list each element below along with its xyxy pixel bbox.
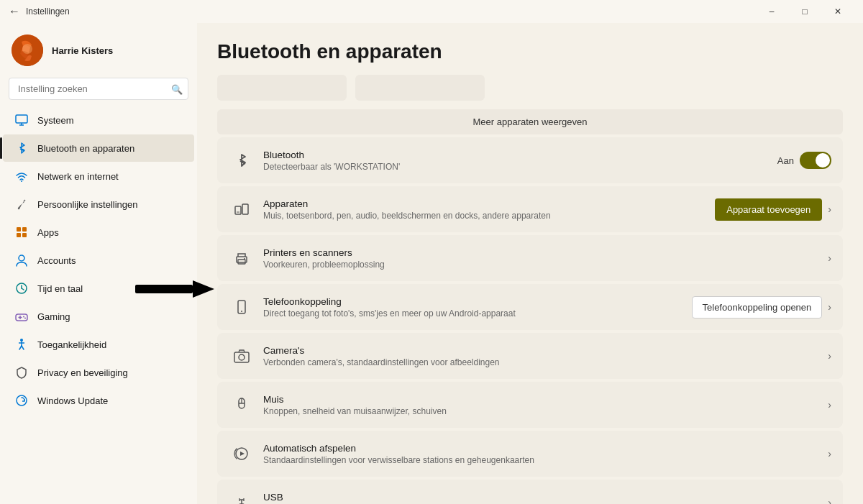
- sidebar-label-persoonlijk: Persoonlijke instellingen: [37, 199, 137, 210]
- svg-point-6: [21, 180, 22, 182]
- telefoon-chevron: ›: [828, 301, 831, 313]
- bluetooth-section-icon: [229, 147, 255, 173]
- sidebar: Harrie Kisters 🔍 Systeem Bluetooth en ap…: [0, 23, 197, 504]
- back-button[interactable]: ←: [9, 5, 20, 18]
- sidebar-label-bluetooth: Bluetooth en apparaten: [37, 143, 134, 154]
- svg-rect-8: [17, 227, 21, 232]
- sidebar-item-accounts[interactable]: Accounts: [3, 247, 194, 274]
- window-title: Instellingen: [26, 6, 70, 17]
- svg-point-37: [239, 354, 245, 360]
- svg-line-7: [24, 200, 25, 201]
- sidebar-item-winupdate[interactable]: Windows Update: [3, 387, 194, 414]
- toggle-knob: [816, 153, 830, 168]
- usb-section: USB Meldingen, USB-batterijbesparing ›: [217, 480, 843, 504]
- svg-line-24: [19, 346, 22, 349]
- sidebar-label-gaming: Gaming: [37, 311, 70, 322]
- muis-section: Muis Knoppen, snelheid van muisaanwijzer…: [217, 382, 843, 428]
- bluetooth-toggle-label: Aan: [777, 155, 794, 166]
- apparaten-sublabel: Muis, toetsenbord, pen, audio, beeldsche…: [263, 211, 715, 221]
- sidebar-nav: Systeem Bluetooth en apparaten Netwerk e…: [0, 106, 197, 415]
- phone-icon: [229, 294, 255, 320]
- muis-sublabel: Knoppen, snelheid van muisaanwijzer, sch…: [263, 406, 828, 416]
- sidebar-label-accounts: Accounts: [37, 255, 76, 266]
- apparaat-toevoegen-button[interactable]: Apparaat toevoegen: [715, 198, 822, 221]
- telefoon-sublabel: Direct toegang tot foto's, sms'jes en me…: [263, 308, 692, 319]
- svg-point-12: [19, 255, 24, 261]
- bluetooth-row[interactable]: Bluetooth Detecteerbaar als 'WORKSTATION…: [217, 137, 843, 183]
- svg-line-25: [22, 346, 24, 349]
- sidebar-item-privacy[interactable]: Privacy en beveiliging: [3, 359, 194, 386]
- apparaten-row[interactable]: Apparaten Muis, toetsenbord, pen, audio,…: [217, 186, 843, 232]
- autoplay-label: Automatisch afspelen: [263, 443, 828, 454]
- person-icon: [14, 253, 29, 267]
- bluetooth-section: Bluetooth Detecteerbaar als 'WORKSTATION…: [217, 137, 843, 183]
- sidebar-item-netwerk[interactable]: Netwerk en internet: [3, 162, 194, 190]
- device-card-1: [217, 75, 347, 101]
- svg-rect-10: [17, 233, 21, 237]
- sidebar-item-tijd[interactable]: Tijd en taal: [3, 275, 194, 302]
- sidebar-label-privacy: Privacy en beveiliging: [37, 367, 128, 378]
- svg-point-26: [17, 395, 27, 406]
- svg-rect-29: [242, 204, 248, 214]
- svg-point-21: [20, 339, 23, 342]
- usb-row[interactable]: USB Meldingen, USB-batterijbesparing ›: [217, 480, 843, 504]
- sidebar-label-winupdate: Windows Update: [37, 395, 108, 406]
- sidebar-item-apps[interactable]: Apps: [3, 219, 194, 246]
- printers-row[interactable]: Printers en scanners Voorkeuren, problee…: [217, 235, 843, 281]
- titlebar: ← Instellingen – □ ✕: [0, 0, 863, 23]
- minimize-button[interactable]: –: [755, 0, 788, 23]
- apparaten-chevron: ›: [828, 203, 831, 215]
- svg-rect-2: [16, 115, 27, 123]
- clock-icon: [14, 281, 29, 295]
- accessibility-icon: [14, 337, 29, 352]
- sidebar-item-bluetooth[interactable]: Bluetooth en apparaten: [3, 134, 194, 162]
- close-button[interactable]: ✕: [821, 0, 854, 23]
- meer-apparaten-button[interactable]: Meer apparaten weergeven: [217, 109, 843, 134]
- cameras-row[interactable]: Camera's Verbonden camera's, standaardin…: [217, 333, 843, 379]
- bluetooth-toggle[interactable]: [800, 152, 831, 169]
- printers-sublabel: Voorkeuren, probleemoplossing: [263, 260, 828, 270]
- sidebar-label-tijd: Tijd en taal: [37, 283, 83, 294]
- svg-point-35: [241, 311, 242, 312]
- shield-icon: [14, 365, 29, 380]
- muis-chevron: ›: [828, 399, 831, 411]
- sidebar-item-persoonlijk[interactable]: Persoonlijke instellingen: [3, 191, 194, 218]
- usb-icon: [229, 490, 255, 504]
- printers-chevron: ›: [828, 252, 831, 264]
- printers-section: Printers en scanners Voorkeuren, problee…: [217, 235, 843, 281]
- telefoonkoppeling-open-button[interactable]: Telefoonkoppeling openen: [692, 296, 823, 319]
- sidebar-label-systeem: Systeem: [37, 115, 74, 126]
- camera-icon: [229, 343, 255, 369]
- gaming-icon: [14, 309, 29, 324]
- svg-rect-11: [22, 233, 27, 237]
- sidebar-item-systeem[interactable]: Systeem: [3, 106, 194, 134]
- search-box[interactable]: 🔍: [9, 78, 188, 100]
- muis-row[interactable]: Muis Knoppen, snelheid van muisaanwijzer…: [217, 382, 843, 428]
- autoplay-section: Automatisch afspelen Standaardinstelling…: [217, 431, 843, 477]
- page-title: Bluetooth en apparaten: [217, 40, 843, 63]
- autoplay-row[interactable]: Automatisch afspelen Standaardinstelling…: [217, 431, 843, 477]
- usb-chevron: ›: [828, 497, 831, 504]
- autoplay-icon: [229, 441, 255, 467]
- bluetooth-toggle-wrap[interactable]: Aan: [777, 152, 831, 169]
- cameras-label: Camera's: [263, 345, 828, 356]
- printer-icon: [229, 245, 255, 271]
- svg-rect-28: [235, 206, 241, 214]
- sidebar-item-toegankelijkheid[interactable]: Toegankelijkheid: [3, 331, 194, 358]
- autoplay-chevron: ›: [828, 448, 831, 459]
- sidebar-label-netwerk: Netwerk en internet: [37, 171, 119, 182]
- telefoon-row[interactable]: Telefoonkoppeling Direct toegang tot fot…: [217, 284, 843, 330]
- search-input[interactable]: [9, 78, 188, 100]
- cameras-sublabel: Verbonden camera's, standaardinstellinge…: [263, 357, 828, 367]
- printers-label: Printers en scanners: [263, 247, 828, 258]
- maximize-button[interactable]: □: [788, 0, 821, 23]
- telefoon-label: Telefoonkoppeling: [263, 296, 692, 307]
- apparaten-label: Apparaten: [263, 198, 715, 209]
- sidebar-item-gaming[interactable]: Gaming: [3, 303, 194, 330]
- user-section[interactable]: Harrie Kisters: [0, 23, 197, 75]
- device-card-2: [355, 75, 485, 101]
- sidebar-label-toegankelijkheid: Toegankelijkheid: [37, 339, 106, 350]
- monitor-icon: [14, 113, 29, 127]
- search-icon: 🔍: [171, 83, 183, 94]
- device-cards-row: [217, 75, 843, 101]
